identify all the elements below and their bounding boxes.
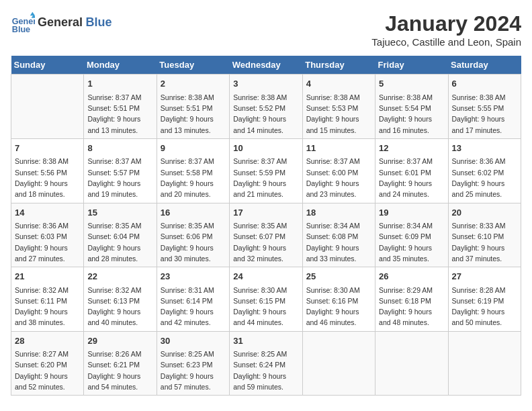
day-number: 27 xyxy=(452,270,517,283)
day-number: 25 xyxy=(306,270,371,283)
day-number: 22 xyxy=(87,270,152,283)
cell-content: Sunrise: 8:38 AMSunset: 5:54 PMDaylight:… xyxy=(379,92,444,136)
day-number: 6 xyxy=(452,77,517,91)
day-number: 23 xyxy=(161,270,226,283)
cell-content: Sunrise: 8:30 AMSunset: 6:16 PMDaylight:… xyxy=(306,285,371,328)
calendar-cell: 6Sunrise: 8:38 AMSunset: 5:55 PMDaylight… xyxy=(448,75,521,139)
logo-icon: General Blue xyxy=(11,11,35,35)
cell-content: Sunrise: 8:38 AMSunset: 5:51 PMDaylight:… xyxy=(161,92,226,136)
cell-content: Sunrise: 8:36 AMSunset: 6:02 PMDaylight:… xyxy=(452,156,517,199)
cell-content: Sunrise: 8:32 AMSunset: 6:11 PMDaylight:… xyxy=(15,285,80,328)
cell-content: Sunrise: 8:25 AMSunset: 6:23 PMDaylight:… xyxy=(161,349,226,392)
logo-text-line1: General xyxy=(38,15,83,29)
cell-content: Sunrise: 8:34 AMSunset: 6:09 PMDaylight:… xyxy=(379,220,444,264)
calendar-cell: 8Sunrise: 8:37 AMSunset: 5:57 PMDaylight… xyxy=(84,138,157,203)
day-number: 4 xyxy=(306,77,371,91)
calendar-cell: 13Sunrise: 8:36 AMSunset: 6:02 PMDayligh… xyxy=(448,138,521,203)
cell-content: Sunrise: 8:32 AMSunset: 6:13 PMDaylight:… xyxy=(87,285,152,328)
cell-content: Sunrise: 8:28 AMSunset: 6:19 PMDaylight:… xyxy=(452,285,517,328)
calendar-body: 1Sunrise: 8:37 AMSunset: 5:51 PMDaylight… xyxy=(11,75,521,396)
cell-content: Sunrise: 8:36 AMSunset: 6:03 PMDaylight:… xyxy=(15,220,80,264)
calendar-cell xyxy=(448,331,521,396)
column-header-thursday: Thursday xyxy=(302,56,375,75)
calendar-cell: 4Sunrise: 8:38 AMSunset: 5:53 PMDaylight… xyxy=(302,75,375,139)
cell-content: Sunrise: 8:31 AMSunset: 6:14 PMDaylight:… xyxy=(161,285,226,328)
column-header-tuesday: Tuesday xyxy=(157,56,229,75)
calendar-cell xyxy=(375,331,448,396)
calendar-cell: 12Sunrise: 8:37 AMSunset: 6:01 PMDayligh… xyxy=(375,138,448,203)
calendar-cell: 20Sunrise: 8:33 AMSunset: 6:10 PMDayligh… xyxy=(448,203,521,267)
day-number: 5 xyxy=(379,77,444,91)
cell-content: Sunrise: 8:37 AMSunset: 5:59 PMDaylight:… xyxy=(233,156,298,199)
day-number: 8 xyxy=(87,142,152,155)
calendar-cell: 26Sunrise: 8:29 AMSunset: 6:18 PMDayligh… xyxy=(375,267,448,332)
calendar-cell: 3Sunrise: 8:38 AMSunset: 5:52 PMDaylight… xyxy=(230,75,302,139)
cell-content: Sunrise: 8:30 AMSunset: 6:15 PMDaylight:… xyxy=(233,285,298,328)
calendar-cell: 31Sunrise: 8:25 AMSunset: 6:24 PMDayligh… xyxy=(230,331,302,396)
day-number: 14 xyxy=(15,206,80,220)
column-header-friday: Friday xyxy=(375,56,448,75)
calendar-cell: 22Sunrise: 8:32 AMSunset: 6:13 PMDayligh… xyxy=(84,267,157,332)
day-number: 10 xyxy=(233,142,298,155)
day-number: 15 xyxy=(87,206,152,220)
cell-content: Sunrise: 8:37 AMSunset: 5:51 PMDaylight:… xyxy=(87,92,152,136)
cell-content: Sunrise: 8:38 AMSunset: 5:52 PMDaylight:… xyxy=(233,92,298,136)
cell-content: Sunrise: 8:27 AMSunset: 6:20 PMDaylight:… xyxy=(15,349,80,392)
cell-content: Sunrise: 8:29 AMSunset: 6:18 PMDaylight:… xyxy=(379,285,444,328)
day-number: 30 xyxy=(161,334,226,348)
day-number: 31 xyxy=(233,334,298,348)
svg-text:Blue: Blue xyxy=(12,25,30,34)
cell-content: Sunrise: 8:33 AMSunset: 6:10 PMDaylight:… xyxy=(452,220,517,264)
calendar-cell: 5Sunrise: 8:38 AMSunset: 5:54 PMDaylight… xyxy=(375,75,448,139)
logo: General Blue General Blue xyxy=(11,11,112,35)
title-area: January 2024 Tajueco, Castille and Leon,… xyxy=(371,11,521,48)
cell-content: Sunrise: 8:26 AMSunset: 6:21 PMDaylight:… xyxy=(87,349,152,392)
calendar-week-4: 21Sunrise: 8:32 AMSunset: 6:11 PMDayligh… xyxy=(11,267,521,332)
cell-content: Sunrise: 8:37 AMSunset: 5:57 PMDaylight:… xyxy=(87,156,152,199)
day-number: 17 xyxy=(233,206,298,220)
day-number: 9 xyxy=(161,142,226,155)
calendar-cell: 21Sunrise: 8:32 AMSunset: 6:11 PMDayligh… xyxy=(11,267,84,332)
calendar-cell: 14Sunrise: 8:36 AMSunset: 6:03 PMDayligh… xyxy=(11,203,84,267)
calendar-cell: 23Sunrise: 8:31 AMSunset: 6:14 PMDayligh… xyxy=(157,267,229,332)
day-number: 11 xyxy=(306,142,371,155)
cell-content: Sunrise: 8:38 AMSunset: 5:55 PMDaylight:… xyxy=(452,92,517,136)
cell-content: Sunrise: 8:34 AMSunset: 6:08 PMDaylight:… xyxy=(306,220,371,264)
day-number: 7 xyxy=(15,142,80,155)
column-header-wednesday: Wednesday xyxy=(230,56,302,75)
calendar-cell: 25Sunrise: 8:30 AMSunset: 6:16 PMDayligh… xyxy=(302,267,375,332)
calendar-cell: 18Sunrise: 8:34 AMSunset: 6:08 PMDayligh… xyxy=(302,203,375,267)
cell-content: Sunrise: 8:37 AMSunset: 5:58 PMDaylight:… xyxy=(161,156,226,199)
column-header-saturday: Saturday xyxy=(448,56,521,75)
day-number: 20 xyxy=(452,206,517,220)
calendar-week-1: 1Sunrise: 8:37 AMSunset: 5:51 PMDaylight… xyxy=(11,75,521,139)
calendar-cell: 17Sunrise: 8:35 AMSunset: 6:07 PMDayligh… xyxy=(230,203,302,267)
page-subtitle: Tajueco, Castille and Leon, Spain xyxy=(371,36,521,48)
day-number: 28 xyxy=(15,334,80,348)
cell-content: Sunrise: 8:38 AMSunset: 5:56 PMDaylight:… xyxy=(15,156,80,199)
day-number: 13 xyxy=(452,142,517,155)
day-number: 18 xyxy=(306,206,371,220)
calendar-header-row: SundayMondayTuesdayWednesdayThursdayFrid… xyxy=(11,56,521,75)
day-number: 19 xyxy=(379,206,444,220)
cell-content: Sunrise: 8:35 AMSunset: 6:04 PMDaylight:… xyxy=(87,220,152,264)
cell-content: Sunrise: 8:37 AMSunset: 6:00 PMDaylight:… xyxy=(306,156,371,199)
day-number: 3 xyxy=(233,77,298,91)
day-number: 29 xyxy=(87,334,152,348)
calendar-cell xyxy=(302,331,375,396)
calendar-week-2: 7Sunrise: 8:38 AMSunset: 5:56 PMDaylight… xyxy=(11,138,521,203)
calendar-cell: 29Sunrise: 8:26 AMSunset: 6:21 PMDayligh… xyxy=(84,331,157,396)
column-header-monday: Monday xyxy=(84,56,157,75)
day-number: 16 xyxy=(161,206,226,220)
calendar-week-3: 14Sunrise: 8:36 AMSunset: 6:03 PMDayligh… xyxy=(11,203,521,267)
calendar-cell: 24Sunrise: 8:30 AMSunset: 6:15 PMDayligh… xyxy=(230,267,302,332)
calendar-cell: 2Sunrise: 8:38 AMSunset: 5:51 PMDaylight… xyxy=(157,75,229,139)
day-number: 26 xyxy=(379,270,444,283)
day-number: 24 xyxy=(233,270,298,283)
day-number: 2 xyxy=(161,77,226,91)
cell-content: Sunrise: 8:38 AMSunset: 5:53 PMDaylight:… xyxy=(306,92,371,136)
calendar-cell: 15Sunrise: 8:35 AMSunset: 6:04 PMDayligh… xyxy=(84,203,157,267)
cell-content: Sunrise: 8:25 AMSunset: 6:24 PMDaylight:… xyxy=(233,349,298,392)
calendar-cell: 30Sunrise: 8:25 AMSunset: 6:23 PMDayligh… xyxy=(157,331,229,396)
calendar-cell: 9Sunrise: 8:37 AMSunset: 5:58 PMDaylight… xyxy=(157,138,229,203)
